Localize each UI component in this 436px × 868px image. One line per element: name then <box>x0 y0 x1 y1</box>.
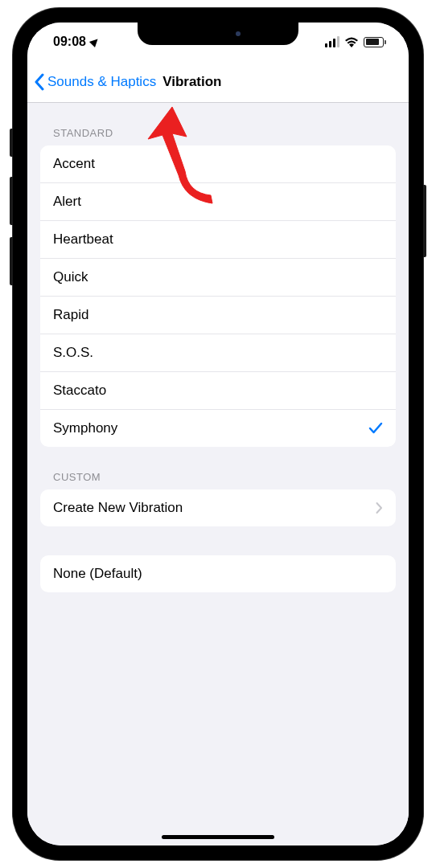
page-title: Vibration <box>162 74 221 90</box>
list-group-custom: Create New Vibration <box>40 489 396 526</box>
home-indicator[interactable] <box>162 835 274 839</box>
list-item-label: Rapid <box>53 307 88 323</box>
chevron-left-icon <box>34 73 44 91</box>
section-header-custom: CUSTOM <box>27 447 409 489</box>
section-header-standard: STANDARD <box>27 103 409 145</box>
cellular-signal-icon <box>325 36 339 47</box>
nav-bar: Sounds & Haptics Vibration <box>27 61 409 103</box>
list-item-label: S.O.S. <box>53 345 93 361</box>
location-icon <box>89 36 101 47</box>
list-item-label: Heartbeat <box>53 231 113 248</box>
vibration-option-heartbeat[interactable]: Heartbeat <box>40 221 396 259</box>
chevron-right-icon <box>376 502 383 514</box>
list-item-label: Create New Vibration <box>53 500 183 516</box>
list-item-label: Symphony <box>53 420 117 436</box>
create-new-vibration-button[interactable]: Create New Vibration <box>40 489 396 526</box>
list-item-label: None (Default) <box>53 566 142 582</box>
list-group-none: None (Default) <box>40 555 396 592</box>
vibration-option-quick[interactable]: Quick <box>40 259 396 297</box>
list-item-label: Accent <box>53 156 95 172</box>
screen: 09:08 <box>27 23 409 845</box>
checkmark-icon <box>368 422 383 435</box>
vibration-option-symphony[interactable]: Symphony <box>40 410 396 447</box>
volume-down-button[interactable] <box>10 237 13 285</box>
list-group-standard: Accent Alert Heartbeat Quick Rapid S.O.S… <box>40 145 396 447</box>
list-item-label: Staccato <box>53 383 106 399</box>
list-item-label: Quick <box>53 269 88 285</box>
back-label: Sounds & Haptics <box>47 74 156 90</box>
vibration-option-none[interactable]: None (Default) <box>40 555 396 592</box>
mute-switch[interactable] <box>10 129 13 157</box>
content: STANDARD Accent Alert Heartbeat Quick Ra… <box>27 103 409 845</box>
list-item-label: Alert <box>53 194 81 210</box>
vibration-option-rapid[interactable]: Rapid <box>40 297 396 334</box>
vibration-option-accent[interactable]: Accent <box>40 145 396 183</box>
volume-up-button[interactable] <box>10 177 13 225</box>
wifi-icon <box>344 37 359 47</box>
battery-icon <box>364 37 386 47</box>
notch <box>138 23 298 45</box>
back-button[interactable]: Sounds & Haptics <box>34 73 156 91</box>
vibration-option-staccato[interactable]: Staccato <box>40 372 396 410</box>
camera-dot <box>236 31 241 36</box>
power-button[interactable] <box>423 185 426 257</box>
status-right <box>325 36 386 47</box>
vibration-option-alert[interactable]: Alert <box>40 183 396 221</box>
phone-frame: 09:08 <box>13 8 423 860</box>
status-time: 09:08 <box>53 35 86 49</box>
status-left: 09:08 <box>53 35 99 49</box>
vibration-option-sos[interactable]: S.O.S. <box>40 334 396 372</box>
